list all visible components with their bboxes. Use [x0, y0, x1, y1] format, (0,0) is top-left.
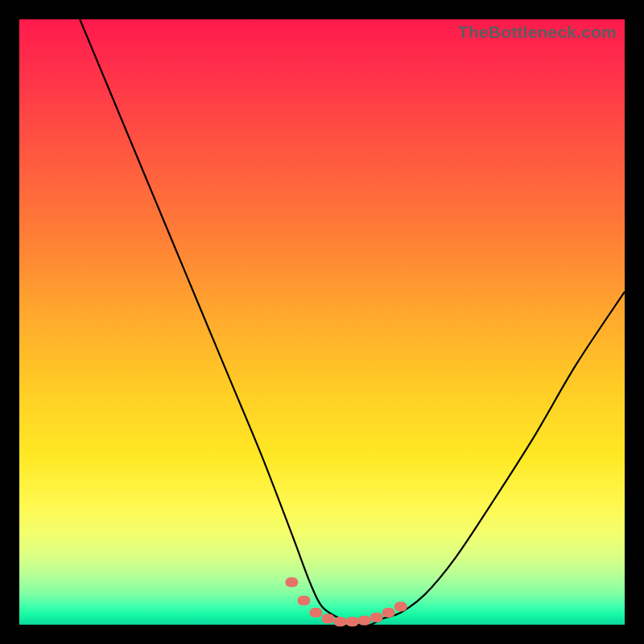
highlight-dot — [346, 617, 359, 626]
highlight-dot — [370, 613, 383, 622]
highlight-dot — [358, 616, 371, 625]
outer-frame: TheBottleneck.com — [0, 0, 644, 644]
highlight-dot — [334, 617, 347, 626]
highlight-dot — [285, 577, 298, 587]
bottleneck-curve — [80, 19, 625, 625]
chart-svg — [19, 19, 625, 625]
highlight-dot — [394, 601, 407, 611]
highlight-markers — [285, 577, 407, 626]
highlight-dot — [382, 608, 395, 617]
plot-area: TheBottleneck.com — [19, 19, 625, 625]
highlight-dot — [297, 596, 310, 605]
highlight-dot — [322, 613, 335, 623]
highlight-dot — [309, 608, 322, 617]
